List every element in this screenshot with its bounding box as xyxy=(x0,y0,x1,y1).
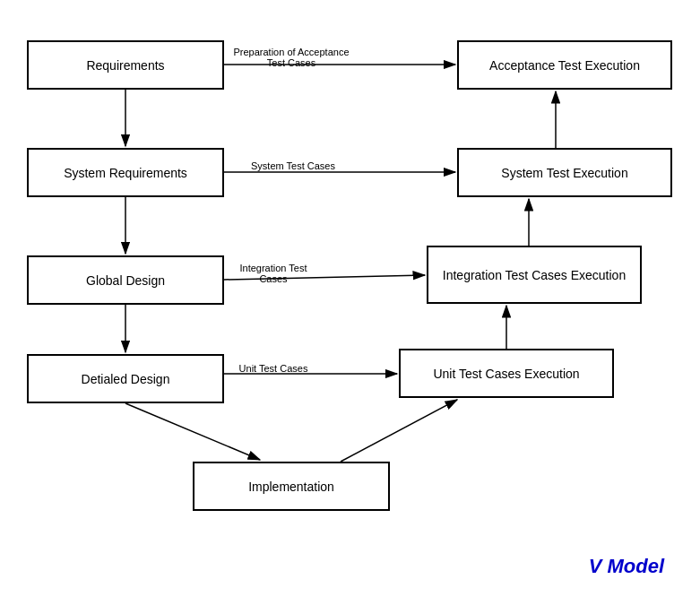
system-test-box: System Test Execution xyxy=(457,148,672,197)
label-integration: Integration Test Cases xyxy=(229,263,318,284)
label-acceptance: Preparation of Acceptance Test Cases xyxy=(229,47,354,68)
requirements-box: Requirements xyxy=(27,40,224,90)
acceptance-label: Acceptance Test Execution xyxy=(489,58,640,73)
implementation-label: Implementation xyxy=(248,480,334,494)
global-design-label: Global Design xyxy=(86,273,165,288)
system-req-label: System Requirements xyxy=(64,166,187,180)
label-unit-test: Unit Test Cases xyxy=(233,363,314,374)
global-design-box: Global Design xyxy=(27,255,224,305)
unit-test-box: Unit Test Cases Execution xyxy=(399,349,614,398)
v-model-title: V Model xyxy=(589,555,664,578)
unit-test-label: Unit Test Cases Execution xyxy=(433,367,579,381)
detailed-design-box: Detialed Design xyxy=(27,354,224,403)
arrow-detaileddesign-impl xyxy=(125,403,260,460)
requirements-label: Requirements xyxy=(86,58,164,73)
integration-test-label: Integration Test Cases Execution xyxy=(443,268,626,282)
detailed-design-label: Detialed Design xyxy=(82,372,170,386)
system-req-box: System Requirements xyxy=(27,148,224,197)
acceptance-box: Acceptance Test Execution xyxy=(457,40,672,90)
v-model-diagram: Requirements Acceptance Test Execution S… xyxy=(0,0,700,605)
implementation-box: Implementation xyxy=(193,462,390,511)
label-system-test: System Test Cases xyxy=(244,160,342,171)
system-test-label: System Test Execution xyxy=(501,166,627,180)
arrow-impl-unittest xyxy=(341,400,457,462)
integration-test-box: Integration Test Cases Execution xyxy=(427,246,642,304)
